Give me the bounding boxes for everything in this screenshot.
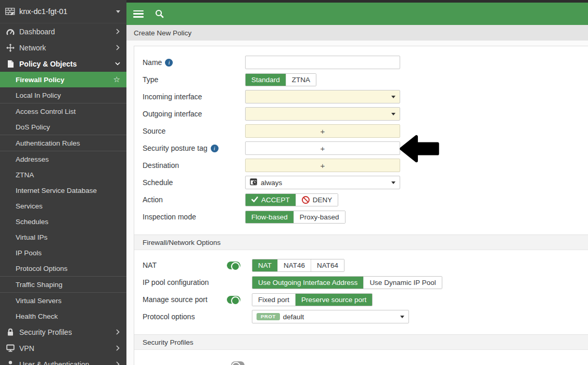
ip-pool-configuration-label: IP pool configuration <box>143 278 227 286</box>
security-profile-toggle[interactable] <box>231 361 245 365</box>
sidebar-item-virtual-ips[interactable]: Virtual IPs <box>0 229 126 245</box>
top-toolbar <box>126 3 588 25</box>
chevron-down-icon <box>115 62 120 66</box>
sidebar-item-traffic-shaping[interactable]: Traffic Shaping <box>0 277 126 292</box>
nat-option-nat64[interactable]: NAT64 <box>311 259 344 271</box>
type-segment: Standard ZTNA <box>245 73 316 86</box>
sidebar-item-access-control-list[interactable]: Access Control List <box>0 103 126 119</box>
source-port-option-preserve-source-port[interactable]: Preserve source port <box>296 294 372 306</box>
inspection-option-flow-based[interactable]: Flow-based <box>246 211 294 223</box>
caret-down-icon <box>116 10 120 13</box>
inspection-mode-label: Inspection mode <box>143 213 245 221</box>
ip-pool-option-outgoing-interface-address[interactable]: Use Outgoing Interface Address <box>252 277 364 289</box>
action-option-deny[interactable]: DENY <box>296 194 338 206</box>
sidebar-item-protocol-options[interactable]: Protocol Options <box>0 260 126 276</box>
device-selector[interactable]: knx-dc1-fgt-01 <box>0 0 126 23</box>
content-area: Name Type Standard ZTNA Incoming interfa… <box>126 41 588 365</box>
nat-segment: NAT NAT46 NAT64 <box>252 259 344 272</box>
sidebar-item-network[interactable]: Network <box>0 40 126 56</box>
sidebar-item-health-check[interactable]: Health Check <box>0 308 126 324</box>
source-label: Source <box>143 127 245 135</box>
ip-pool-option-dynamic-ip-pool[interactable]: Use Dynamic IP Pool <box>364 277 441 289</box>
ip-pool-segment: Use Outgoing Interface Address Use Dynam… <box>252 276 442 289</box>
search-icon[interactable] <box>155 9 164 18</box>
info-icon[interactable] <box>211 145 219 152</box>
sidebar-item-schedules[interactable]: Schedules <box>0 214 126 229</box>
deny-icon <box>302 196 310 204</box>
incoming-interface-label: Incoming interface <box>143 93 245 101</box>
plus-icon: + <box>321 161 325 170</box>
gauge-icon <box>5 28 15 35</box>
chevron-right-icon <box>115 45 120 50</box>
breadcrumb: Create New Policy <box>126 25 588 41</box>
sidebar-item-internet-service-database[interactable]: Internet Service Database <box>0 182 126 198</box>
type-option-ztna[interactable]: ZTNA <box>286 74 316 86</box>
sidebar-item-policy-objects[interactable]: Policy & Objects <box>0 56 126 72</box>
caret-down-icon <box>400 316 404 318</box>
incoming-interface-select[interactable] <box>245 90 400 103</box>
nat-option-nat[interactable]: NAT <box>252 259 278 271</box>
inspection-option-proxy-based[interactable]: Proxy-based <box>294 211 345 223</box>
caret-down-icon <box>391 96 395 98</box>
lock-icon <box>5 328 15 336</box>
plus-icon: + <box>321 127 325 136</box>
sidebar-item-dos-policy[interactable]: DoS Policy <box>0 119 126 135</box>
device-name: knx-dc1-fgt-01 <box>19 7 112 16</box>
sidebar-item-firewall-policy[interactable]: Firewall Policy ☆ <box>0 72 126 87</box>
manage-source-port-label: Manage source port <box>143 295 227 304</box>
sidebar-item-services[interactable]: Services <box>0 198 126 214</box>
action-label: Action <box>143 195 245 204</box>
nat-option-nat46[interactable]: NAT46 <box>278 259 311 271</box>
chevron-right-icon <box>115 345 120 351</box>
plus-icon: + <box>321 144 325 153</box>
inspection-mode-segment: Flow-based Proxy-based <box>245 211 346 224</box>
type-option-standard[interactable]: Standard <box>246 74 286 86</box>
nat-label: NAT <box>143 261 227 269</box>
caret-down-icon <box>391 113 395 115</box>
chevron-right-icon <box>115 29 120 34</box>
prot-badge: PROT <box>257 313 280 321</box>
sidebar: knx-dc1-fgt-01 Dashboard Network Policy … <box>0 0 126 365</box>
move-arrows-icon <box>5 44 15 52</box>
outgoing-interface-select[interactable] <box>245 107 400 121</box>
sidebar-item-vpn[interactable]: VPN <box>0 340 126 356</box>
name-label: Name <box>143 58 245 67</box>
security-posture-tag-add-box[interactable]: + <box>245 141 400 155</box>
source-port-option-fixed-port[interactable]: Fixed port <box>252 294 296 306</box>
chevron-right-icon <box>115 329 120 335</box>
sidebar-item-addresses[interactable]: Addresses <box>0 151 126 167</box>
schedule-select[interactable]: always <box>245 176 400 189</box>
action-option-accept[interactable]: ACCEPT <box>246 194 296 206</box>
monitor-icon <box>5 344 15 352</box>
schedule-calendar-clock-icon <box>250 178 258 187</box>
sidebar-item-user-authentication[interactable]: User & Authentication <box>0 356 126 365</box>
caret-down-icon <box>391 181 395 184</box>
nat-toggle[interactable] <box>227 262 240 269</box>
favorite-star-icon[interactable]: ☆ <box>113 75 120 84</box>
section-header-security-profiles: Security Profiles <box>134 334 588 350</box>
sidebar-item-authentication-rules[interactable]: Authentication Rules <box>0 135 126 151</box>
section-header-firewall-network-options: Firewall/Network Options <box>134 234 588 250</box>
destination-label: Destination <box>143 161 245 170</box>
outgoing-interface-label: Outgoing interface <box>143 110 245 118</box>
protocol-options-label: Protocol options <box>143 312 227 321</box>
sidebar-item-ztna[interactable]: ZTNA <box>0 167 126 182</box>
info-icon[interactable] <box>165 59 173 67</box>
policy-document-icon <box>5 60 15 68</box>
menu-icon[interactable] <box>133 10 144 18</box>
protocol-options-select[interactable]: PROT default <box>252 310 409 323</box>
sidebar-item-security-profiles[interactable]: Security Profiles <box>0 324 126 340</box>
sidebar-item-virtual-servers[interactable]: Virtual Servers <box>0 293 126 308</box>
sidebar-item-local-in-policy[interactable]: Local In Policy <box>0 87 126 103</box>
manage-source-port-toggle[interactable] <box>227 296 240 304</box>
schedule-label: Schedule <box>143 178 245 187</box>
main-area: Create New Policy Name Type Standard ZTN… <box>126 0 588 365</box>
sidebar-item-dashboard[interactable]: Dashboard <box>0 23 126 40</box>
source-add-box[interactable]: + <box>245 124 400 138</box>
destination-add-box[interactable]: + <box>245 159 400 172</box>
source-port-segment: Fixed port Preserve source port <box>252 293 373 306</box>
action-segment: ACCEPT DENY <box>245 193 338 206</box>
name-input[interactable] <box>245 56 400 69</box>
sidebar-item-ip-pools[interactable]: IP Pools <box>0 245 126 260</box>
security-posture-tag-label: Security posture tag <box>143 144 245 152</box>
